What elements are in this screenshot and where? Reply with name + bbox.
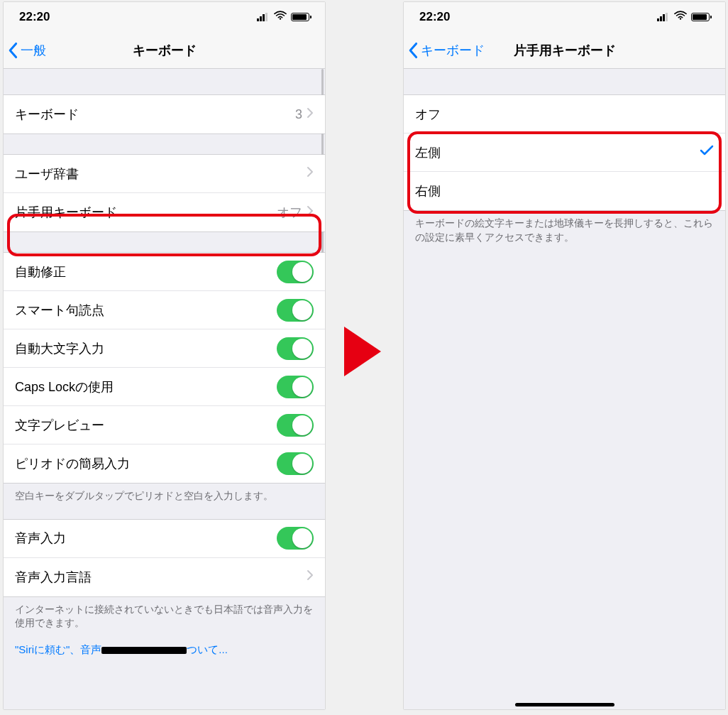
row-detail: オフ	[277, 204, 307, 221]
settings-body: オフ 左側 右側 キーボードの絵文字キーまたは地球儀キーを長押しすると、これらの…	[404, 69, 725, 709]
settings-body: キーボード 3 ユーザ辞書 片手用キーボード オフ 自動修正 スマート句読点	[4, 69, 325, 709]
toggle-auto-caps[interactable]	[277, 337, 314, 360]
footer-dictation: インターネットに接続されていないときでも日本語では音声入力を使用できます。	[4, 597, 325, 639]
group-toggles: 自動修正 スマート句読点 自動大文字入力 Caps Lockの使用 文字プレビュ…	[4, 252, 325, 484]
row-char-preview: 文字プレビュー	[4, 406, 325, 444]
option-left[interactable]: 左側	[404, 133, 725, 172]
chevron-left-icon	[8, 42, 19, 59]
battery-icon	[691, 13, 710, 21]
battery-icon	[291, 13, 309, 21]
wifi-icon	[274, 10, 287, 24]
row-auto-caps: 自動大文字入力	[4, 329, 325, 368]
svg-point-1	[680, 18, 681, 19]
nav-bar: キーボード 片手用キーボード	[404, 32, 725, 69]
row-label: 文字プレビュー	[15, 417, 104, 434]
toggle-caps-lock[interactable]	[277, 376, 314, 398]
row-auto-correct: 自動修正	[4, 253, 325, 291]
back-button[interactable]: 一般	[8, 32, 46, 68]
back-label: キーボード	[421, 42, 485, 59]
chevron-left-icon	[408, 42, 419, 59]
row-user-dictionary[interactable]: ユーザ辞書	[4, 155, 325, 193]
option-label: オフ	[415, 106, 441, 123]
chevron-right-icon	[307, 166, 314, 181]
status-icons	[257, 10, 309, 24]
row-label: ユーザ辞書	[15, 165, 79, 182]
status-icons	[657, 10, 710, 24]
footer-period: 空白キーをダブルタップでピリオドと空白を入力します。	[4, 484, 325, 512]
siri-privacy-link[interactable]: "Siriに頼む"、音声ついて...	[4, 639, 325, 665]
status-bar: 22:20	[4, 2, 325, 32]
row-keyboards[interactable]: キーボード 3	[4, 95, 325, 133]
link-text-suffix: ついて...	[187, 643, 228, 655]
phone-left: 22:20 一般 キーボード キーボード 3 ユーザ辞書	[3, 1, 326, 710]
option-off[interactable]: オフ	[404, 95, 725, 133]
row-label: ピリオドの簡易入力	[15, 455, 130, 472]
toggle-period-shortcut[interactable]	[277, 452, 314, 475]
row-label: 片手用キーボード	[15, 204, 117, 221]
status-time: 22:20	[419, 10, 450, 24]
group-options: オフ 左側 右側	[404, 94, 725, 211]
phone-right: 22:20 キーボード 片手用キーボード オフ 左側 右側 キーボードの絵文字	[403, 1, 726, 710]
row-label: 自動大文字入力	[15, 340, 104, 357]
redacted-text	[101, 647, 187, 654]
row-label: 音声入力言語	[15, 569, 92, 586]
chevron-right-icon	[307, 205, 314, 220]
option-label: 右側	[415, 182, 441, 200]
group-keyboards: キーボード 3	[4, 94, 325, 134]
nav-title: 片手用キーボード	[514, 42, 616, 59]
checkmark-icon	[700, 144, 714, 160]
row-label: 自動修正	[15, 263, 66, 280]
cellular-icon	[657, 13, 670, 21]
row-smart-punctuation: スマート句読点	[4, 291, 325, 329]
row-label: 音声入力	[15, 530, 66, 547]
nav-title: キーボード	[133, 42, 197, 59]
row-one-handed-keyboard[interactable]: 片手用キーボード オフ	[4, 193, 325, 231]
status-time: 22:20	[19, 10, 50, 24]
toggle-smart-punctuation[interactable]	[277, 299, 314, 322]
toggle-dictation[interactable]	[277, 527, 314, 550]
footer-text: キーボードの絵文字キーまたは地球儀キーを長押しすると、これらの設定に素早くアクセ…	[404, 211, 725, 253]
home-indicator[interactable]	[515, 703, 614, 706]
row-dictation-languages[interactable]: 音声入力言語	[4, 558, 325, 596]
option-label: 左側	[415, 144, 441, 161]
row-label: スマート句読点	[15, 302, 104, 319]
status-bar: 22:20	[404, 2, 725, 32]
back-label: 一般	[21, 42, 46, 59]
chevron-right-icon	[307, 569, 314, 584]
link-text-prefix: "Siriに頼む"、音声	[15, 643, 101, 655]
row-caps-lock: Caps Lockの使用	[4, 368, 325, 406]
wifi-icon	[674, 10, 687, 24]
toggle-char-preview[interactable]	[277, 414, 314, 437]
row-period-shortcut: ピリオドの簡易入力	[4, 444, 325, 483]
group-dict-onehand: ユーザ辞書 片手用キーボード オフ	[4, 154, 325, 232]
nav-bar: 一般 キーボード	[4, 32, 325, 69]
back-button[interactable]: キーボード	[408, 32, 485, 68]
cellular-icon	[257, 13, 270, 21]
chevron-right-icon	[307, 107, 314, 122]
row-label: キーボード	[15, 106, 79, 123]
row-dictation: 音声入力	[4, 520, 325, 558]
svg-point-0	[280, 18, 281, 19]
group-dictation: 音声入力 音声入力言語	[4, 519, 325, 597]
red-arrow-icon	[344, 327, 381, 376]
toggle-auto-correct[interactable]	[277, 261, 314, 283]
option-right[interactable]: 右側	[404, 172, 725, 210]
row-label: Caps Lockの使用	[15, 378, 114, 395]
row-detail: 3	[295, 107, 307, 122]
